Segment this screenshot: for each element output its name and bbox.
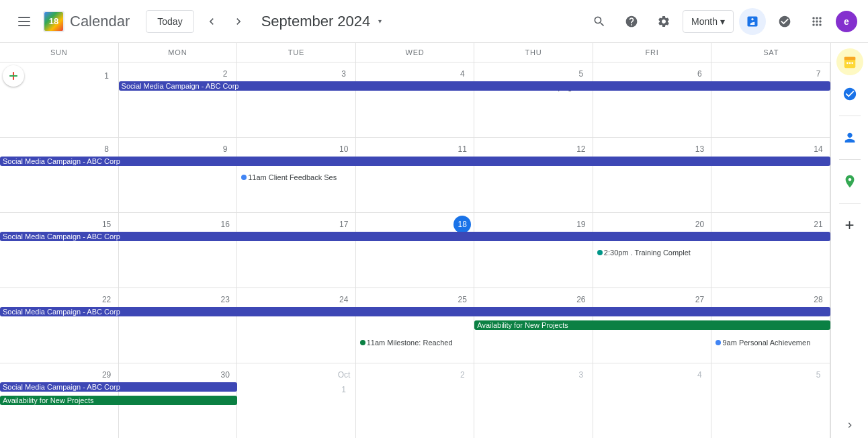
day-cell-9[interactable]: 9 [119,138,238,212]
day-cell-12[interactable]: 12 [474,138,593,212]
day-header-wed: WED [356,43,475,62]
day-cell-2[interactable]: 2 [119,62,238,137]
user-avatar[interactable]: e [836,11,857,32]
day-number-17[interactable]: 17 [335,216,353,233]
event-personal[interactable]: 9am Personal Achievemen [714,338,827,347]
event-social-media-week1[interactable]: Social Media Campaign - ABC Corp [119,81,830,91]
new-event-button[interactable] [3,65,24,87]
sidebar-contacts-icon[interactable] [836,124,863,151]
view-selector[interactable]: Month ▾ [683,10,734,33]
event-availability-week4[interactable]: Availability for New Projects [474,320,830,330]
day-number-14[interactable]: 14 [810,140,827,158]
day-number-10[interactable]: 10 [335,140,353,158]
day-cell-21[interactable]: 21 [711,213,830,288]
day-number-3[interactable]: 3 [335,65,353,83]
day-cell-oct3[interactable]: 3 [474,363,593,438]
day-number-oct1[interactable]: Oct 1 [335,366,353,384]
app-name-label: Calendar [70,13,130,30]
day-cell-oct5[interactable]: 5 [711,363,830,438]
day-cell-18[interactable]: 18 [356,213,475,288]
day-cell-22[interactable]: 22 [0,288,119,363]
day-number-18[interactable]: 18 [453,216,471,233]
event-social-media-week3[interactable]: Social Media Campaign - ABC Corp [0,232,830,241]
day-cell-23[interactable]: 23 [119,288,238,363]
day-cell-24[interactable]: 24 [237,288,356,363]
sidebar-add-button[interactable]: + [836,212,863,238]
day-cell-20[interactable]: 20 2:30pm . Training Complet [593,213,712,288]
day-number-15[interactable]: 15 [98,216,116,233]
tasks-button[interactable] [771,8,798,35]
day-cell-sep1[interactable]: 1 [0,62,119,137]
day-number-16[interactable]: 16 [216,216,234,233]
search-button[interactable] [586,8,613,35]
sidebar-maps-icon[interactable] [836,168,863,195]
day-number-sep1[interactable]: 1 [98,67,116,85]
day-number-11[interactable]: 11 [453,140,471,158]
day-cell-6[interactable]: 6 [593,62,712,137]
day-number-30[interactable]: 30 [216,366,234,384]
today-button[interactable]: Today [146,10,193,33]
settings-button[interactable] [650,8,677,35]
day-number-25[interactable]: 25 [453,291,471,308]
day-cell-oct1[interactable]: Oct 1 [237,363,356,438]
day-number-23[interactable]: 23 [216,291,234,308]
day-number-29[interactable]: 29 [98,366,116,384]
google-apps-button[interactable] [804,8,830,35]
day-number-4[interactable]: 4 [453,65,471,83]
day-number-oct2[interactable]: 2 [453,366,471,384]
day-number-7[interactable]: 7 [810,65,827,83]
day-cell-7[interactable]: 7 [711,62,830,137]
day-cell-19[interactable]: 19 [474,213,593,288]
day-number-8[interactable]: 8 [98,140,116,158]
chevron-right-icon [232,15,245,28]
day-number-12[interactable]: 12 [572,140,590,158]
event-social-media-week5[interactable]: Social Media Campaign - ABC Corp [0,382,237,392]
day-number-13[interactable]: 13 [691,140,708,158]
calendar-view-button[interactable] [739,8,766,35]
day-number-21[interactable]: 21 [810,216,827,233]
day-number-28[interactable]: 28 [810,291,827,308]
month-dropdown-arrow[interactable]: ▾ [378,17,382,25]
day-number-9[interactable]: 9 [216,140,234,158]
day-number-2[interactable]: 2 [216,65,234,83]
event-availability-week5[interactable]: Availability for New Projects [0,396,237,405]
sidebar-google-calendar-icon[interactable] [836,48,863,75]
day-header-thu: THU [474,43,593,62]
prev-month-button[interactable] [200,9,224,34]
event-social-media-week2[interactable]: Social Media Campaign - ABC Corp [0,157,830,166]
day-cell-17[interactable]: 17 [237,213,356,288]
day-cell-oct2[interactable]: 2 [356,363,475,438]
day-number-22[interactable]: 22 [98,291,116,308]
sidebar-expand-button[interactable] [844,420,855,433]
day-cell-oct4[interactable]: 4 [593,363,712,438]
sidebar-tasks-icon[interactable] [836,81,863,107]
day-number-6[interactable]: 6 [691,65,708,83]
day-cell-5[interactable]: 5 10:30am Launch Campaign [474,62,593,137]
day-cell-4[interactable]: 4 [356,62,475,137]
day-number-oct4[interactable]: 4 [691,366,708,384]
day-number-19[interactable]: 19 [572,216,590,233]
event-social-media-week4[interactable]: Social Media Campaign - ABC Corp [0,307,830,316]
day-cell-16[interactable]: 16 [119,213,238,288]
day-cell-14[interactable]: 14 [711,138,830,212]
day-cell-11[interactable]: 11 [356,138,475,212]
help-button[interactable] [618,8,645,35]
day-number-oct5[interactable]: 5 [810,366,827,384]
day-cell-3[interactable]: 3 [237,62,356,137]
event-milestone[interactable]: 11am Milestone: Reached [359,338,472,347]
event-training[interactable]: 2:30pm . Training Complet [596,248,709,257]
day-cell-13[interactable]: 13 [593,138,712,212]
day-number-27[interactable]: 27 [691,291,708,308]
day-cell-8[interactable]: 8 [0,138,119,212]
day-cell-25[interactable]: 25 11am Milestone: Reached [356,288,475,363]
day-number-20[interactable]: 20 [691,216,708,233]
event-client-feedback[interactable]: 11am Client Feedback Ses [240,173,353,182]
day-number-5[interactable]: 5 [572,65,590,83]
day-cell-10[interactable]: 10 11am Client Feedback Ses [237,138,356,212]
menu-button[interactable] [11,8,38,35]
day-number-26[interactable]: 26 [572,291,590,308]
next-month-button[interactable] [226,9,251,34]
day-cell-15[interactable]: 15 [0,213,119,288]
day-number-oct3[interactable]: 3 [572,366,590,384]
day-number-24[interactable]: 24 [335,291,353,308]
